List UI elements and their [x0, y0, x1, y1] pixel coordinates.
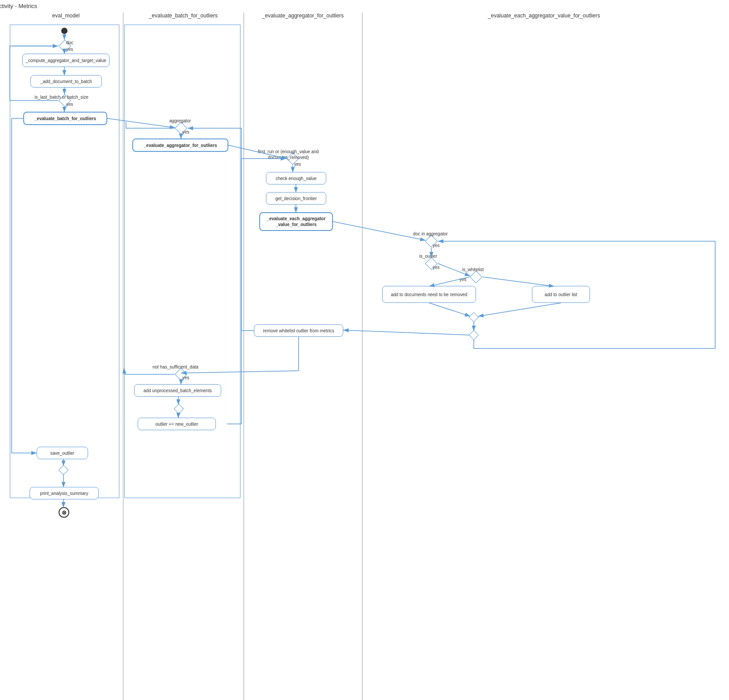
aggregator-label: aggregator	[160, 118, 200, 123]
lane-header-3: _evaluate_aggregator_for_outliers	[244, 13, 362, 19]
after-save-diamond	[59, 465, 68, 474]
add-unprocessed-node: add unprocessed_batch_elements	[134, 384, 221, 397]
doc-in-aggregator-yes: yes	[433, 243, 440, 248]
end-node: ⊗	[59, 507, 69, 518]
print-analysis-node: print_analysis_summary	[29, 487, 99, 499]
get-decision-node: get_decision_frontier	[266, 192, 326, 205]
not-has-sufficient-label: not has_sufficient_data	[139, 365, 212, 369]
doc-label: doc	[66, 40, 73, 45]
add-to-outlier-node: add to outlier list	[532, 286, 590, 303]
lane-header-4: _evaluate_each_aggregator_value_for_outl…	[363, 13, 725, 19]
is-whitelist-diamond-shape	[470, 271, 482, 283]
first-run-label: first_run or (enough_value and document_…	[255, 149, 322, 160]
lane-divider-3	[362, 13, 362, 700]
after-unprocessed-diamond	[174, 404, 183, 413]
check-enough-node: check enough_value	[266, 172, 326, 184]
diagram-container: ee-outliers - Activity - Metrics eval_mo…	[0, 0, 729, 700]
add-doc-batch-node: _add_document_to_batch	[30, 75, 102, 88]
svg-line-16	[483, 277, 554, 286]
is-whitelist-diamond	[469, 270, 483, 284]
bottom-diamond	[469, 331, 478, 340]
compute-node: _compute_aggregator_and_target_value	[22, 54, 110, 67]
after-add-diamond	[469, 313, 478, 322]
lane-header-1: eval_model	[9, 13, 123, 19]
save-outlier-node: save_outlier	[37, 447, 88, 459]
not-has-sufficient-yes: yes	[182, 375, 190, 380]
is-last-batch-label: is_last_batch or batch_size	[27, 95, 96, 100]
lane-divider-1	[123, 13, 123, 700]
is-last-batch-yes: yes	[66, 102, 73, 107]
is-whitelist-label: is_whitelist	[455, 267, 491, 272]
after-save-diamond-shape	[59, 465, 69, 475]
svg-line-17	[429, 303, 470, 316]
is-outlier-label: is_outlier	[410, 254, 446, 259]
svg-line-12	[333, 222, 426, 240]
start-node	[61, 28, 67, 34]
doc-yes: yes	[66, 47, 73, 52]
outlier-plus-node: outlier += new_outlier	[138, 418, 216, 430]
bottom-diamond-shape	[469, 330, 479, 340]
after-unprocessed-diamond-shape	[174, 404, 184, 414]
start-circle	[61, 28, 67, 34]
aggregator-yes: yes	[182, 130, 190, 134]
eval-aggregator-node: _evaluate_aggregator_for_outliers	[132, 138, 228, 152]
doc-in-aggregator-label: doc in aggregator	[406, 231, 455, 236]
after-add-diamond-shape	[469, 312, 479, 323]
svg-line-18	[478, 303, 561, 316]
lane-header-2: _evaluate_batch_for_outliers	[123, 13, 243, 19]
eval-batch-node: _evaluate_batch_for_outliers	[23, 112, 107, 125]
add-to-docs-node: add to documents need to be removed	[382, 286, 476, 303]
diagram-title: ee-outliers - Activity - Metrics	[0, 3, 365, 9]
first-run-yes: yes	[294, 162, 301, 167]
is-whitelist-yes: yes	[459, 277, 467, 282]
is-outlier-yes: yes	[433, 265, 440, 270]
eval-each-node: _evaluate_each_aggregator _value_for_out…	[259, 212, 333, 231]
lane-divider-2	[244, 13, 244, 700]
remove-whitelist-node: remove whitelist outlier from metrics	[254, 324, 343, 337]
